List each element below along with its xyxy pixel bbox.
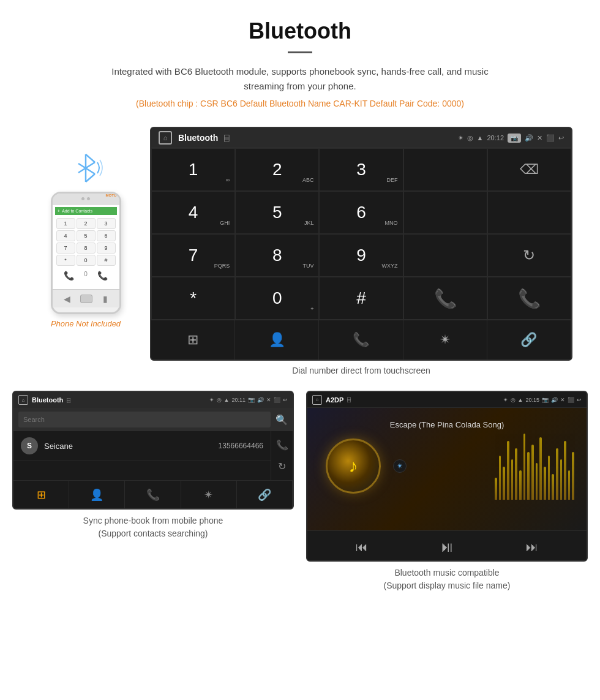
- phone-key-3[interactable]: 3: [97, 218, 116, 229]
- phone-bottom: ◀ ▮: [53, 289, 119, 307]
- phone-not-included-label: Phone Not Included: [51, 319, 121, 328]
- pb-title: Bluetooth: [32, 396, 63, 404]
- phone-key-star[interactable]: *: [56, 255, 75, 266]
- page-title: Bluetooth: [12, 18, 588, 44]
- pb-home-icon[interactable]: ⌂: [18, 395, 28, 405]
- music-caption: Bluetooth music compatible (Support disp…: [384, 566, 511, 592]
- dial-key-8[interactable]: 8TUV: [235, 234, 319, 277]
- close-icon[interactable]: ✕: [537, 134, 542, 142]
- pb-search-icon[interactable]: 🔍: [276, 414, 288, 426]
- dial-key-star[interactable]: *: [151, 277, 235, 320]
- dial-backspace[interactable]: ⌫: [487, 148, 571, 191]
- pb-status-bar: ⌂ Bluetooth ⌸ ✴ ◎ ▲ 20:11 📷 🔊 ✕ ⬛ ↩: [13, 392, 293, 408]
- page-header: Bluetooth Integrated with BC6 Bluetooth …: [0, 0, 600, 121]
- music-next-btn[interactable]: ⏭: [526, 540, 538, 554]
- pb-toolbar-person[interactable]: 👤: [69, 481, 125, 508]
- dial-key-9[interactable]: 9WXYZ: [319, 234, 403, 277]
- dial-key-6[interactable]: 6MNO: [319, 191, 403, 234]
- music-controls: ⏮ ⏯ ⏭: [307, 530, 587, 560]
- pb-contact-row[interactable]: S Seicane 13566664466: [13, 431, 271, 461]
- dialpad-grid: 1∞ 2ABC 3DEF ⌫ 4GHI 5JKL 6MNO 7PQRS 8TUV…: [151, 148, 571, 320]
- camera-icon[interactable]: 📷: [508, 134, 521, 143]
- pb-status-left: ⌂ Bluetooth ⌸: [18, 395, 70, 405]
- dial-call-green[interactable]: 📞: [403, 277, 487, 320]
- music-item: ⌂ A2DP ⌸ ✴ ◎ ▲ 20:15 📷 🔊 ✕ ⬛ ↩ E: [306, 391, 588, 592]
- phone-container: MOTO + Add to Contacts 1 2 3 4 5 6 7 8 9: [24, 127, 147, 328]
- phone-key-1[interactable]: 1: [56, 218, 75, 229]
- pb-toolbar-grid[interactable]: ⊞: [13, 481, 69, 508]
- music-screen: ⌂ A2DP ⌸ ✴ ◎ ▲ 20:15 📷 🔊 ✕ ⬛ ↩ E: [306, 391, 588, 562]
- screen-title: Bluetooth: [178, 133, 218, 143]
- phone-screen-header: + Add to Contacts: [55, 207, 117, 215]
- music-song-title: Escape (The Pina Colada Song): [390, 420, 504, 429]
- pb-call-icon[interactable]: 📞: [276, 434, 288, 456]
- music-play-pause-btn[interactable]: ⏯: [440, 538, 454, 555]
- phone-key-7[interactable]: 7: [56, 243, 75, 254]
- music-home-icon[interactable]: ⌂: [312, 395, 322, 405]
- dial-empty-1: [403, 148, 487, 191]
- dial-key-1[interactable]: 1∞: [151, 148, 235, 191]
- phone-camera-dot: [87, 197, 90, 200]
- dial-key-7[interactable]: 7PQRS: [151, 234, 235, 277]
- toolbar-bluetooth-btn[interactable]: ✴: [403, 320, 487, 359]
- pb-search-input[interactable]: [18, 412, 271, 427]
- svg-line-2: [78, 162, 95, 173]
- phone-speaker-dot: [81, 197, 84, 200]
- pb-toolbar-phone[interactable]: 📞: [125, 481, 181, 508]
- pb-right-icons: 📞 ↻: [271, 431, 293, 480]
- phone-key-hash[interactable]: #: [97, 255, 116, 266]
- bottom-row: ⌂ Bluetooth ⌸ ✴ ◎ ▲ 20:11 📷 🔊 ✕ ⬛ ↩: [0, 378, 600, 604]
- pb-cam-icon: 📷: [248, 397, 255, 403]
- dial-call-red[interactable]: 📞: [487, 277, 571, 320]
- music-title: A2DP: [326, 396, 343, 404]
- music-vol-icon: 🔊: [551, 397, 558, 403]
- music-back-icon[interactable]: ↩: [577, 397, 582, 403]
- home-icon[interactable]: ⌂: [159, 131, 172, 145]
- phone-key-2[interactable]: 2: [77, 218, 96, 229]
- music-content: Escape (The Pina Colada Song) ♪ ✴: [307, 408, 587, 530]
- toolbar-calls-btn[interactable]: 📞: [319, 320, 403, 359]
- dial-key-0[interactable]: 0+: [235, 277, 319, 320]
- dial-key-2[interactable]: 2ABC: [235, 148, 319, 191]
- phone-key-8[interactable]: 8: [77, 243, 96, 254]
- phone-mockup: MOTO + Add to Contacts 1 2 3 4 5 6 7 8 9: [51, 192, 121, 314]
- music-cam-icon: 📷: [542, 397, 549, 403]
- dial-refresh[interactable]: ↻: [487, 234, 571, 277]
- pb-sync-icon[interactable]: ↻: [278, 456, 286, 477]
- toolbar-contacts-btn[interactable]: 👤: [235, 320, 319, 359]
- toolbar-dialpad-btn[interactable]: ⊞: [151, 320, 235, 359]
- dial-key-3[interactable]: 3DEF: [319, 148, 403, 191]
- pb-back-icon[interactable]: ↩: [283, 397, 288, 403]
- volume-icon[interactable]: 🔊: [525, 134, 533, 142]
- dial-toolbar: ⊞ 👤 📞 ✴ 🔗: [151, 320, 571, 359]
- music-status-bar: ⌂ A2DP ⌸ ✴ ◎ ▲ 20:15 📷 🔊 ✕ ⬛ ↩: [307, 392, 587, 408]
- dial-empty-4: [403, 234, 487, 277]
- main-section: MOTO + Add to Contacts 1 2 3 4 5 6 7 8 9: [0, 121, 600, 378]
- toolbar-link-btn[interactable]: 🔗: [487, 320, 571, 359]
- phone-key-5[interactable]: 5: [77, 230, 96, 241]
- dial-key-hash[interactable]: #: [319, 277, 403, 320]
- music-close-icon[interactable]: ✕: [560, 397, 565, 403]
- pb-close-icon[interactable]: ✕: [266, 397, 271, 403]
- music-prev-btn[interactable]: ⏮: [356, 540, 368, 554]
- pb-contact-number: 13566664466: [219, 442, 263, 450]
- phone-key-0[interactable]: 0: [77, 255, 96, 266]
- phone-screen: + Add to Contacts 1 2 3 4 5 6 7 8 9 * 0 …: [53, 205, 119, 289]
- music-usb-icon: ⌸: [347, 396, 351, 403]
- phone-home-button[interactable]: [80, 295, 92, 303]
- window-icon[interactable]: ⬛: [546, 134, 555, 142]
- bluetooth-status-icon: ✴: [458, 134, 463, 142]
- usb-icon: ⌸: [224, 133, 229, 143]
- phone-brand: MOTO: [106, 194, 117, 197]
- pb-toolbar-bt[interactable]: ✴: [181, 481, 237, 508]
- phone-key-9[interactable]: 9: [97, 243, 116, 254]
- car-screen-container: ⌂ Bluetooth ⌸ ✴ ◎ ▲ 20:12 📷 🔊 ✕ ⬛ ↩: [147, 127, 576, 375]
- pb-toolbar-link[interactable]: 🔗: [237, 481, 293, 508]
- dial-key-4[interactable]: 4GHI: [151, 191, 235, 234]
- music-status-left: ⌂ A2DP ⌸: [312, 395, 351, 405]
- dial-key-5[interactable]: 5JKL: [235, 191, 319, 234]
- back-icon[interactable]: ↩: [558, 134, 564, 142]
- pb-search-bar: 🔍: [13, 408, 293, 431]
- phone-key-4[interactable]: 4: [56, 230, 75, 241]
- phone-key-6[interactable]: 6: [97, 230, 116, 241]
